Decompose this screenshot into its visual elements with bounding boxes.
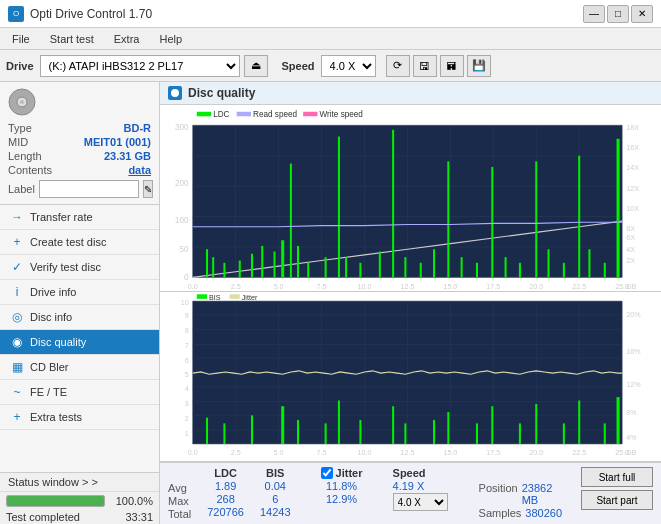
menu-file[interactable]: File bbox=[4, 31, 38, 47]
status-bar: Status window > > 100.0% Test completed … bbox=[0, 472, 159, 524]
svg-text:6: 6 bbox=[185, 355, 189, 364]
disc-contents-row: Contents data bbox=[8, 164, 151, 176]
position-val: 23862 MB bbox=[522, 482, 565, 506]
svg-text:2X: 2X bbox=[626, 255, 635, 264]
titlebar-left: O Opti Drive Control 1.70 bbox=[8, 6, 152, 22]
svg-text:3: 3 bbox=[185, 399, 189, 408]
disc-panel: Type BD-R MID MEIT01 (001) Length 23.31 … bbox=[0, 82, 159, 205]
nav-label-extra-tests: Extra tests bbox=[30, 411, 82, 423]
speed-dropdown[interactable]: 4.0 X bbox=[321, 55, 376, 77]
nav-transfer-rate[interactable]: → Transfer rate bbox=[0, 205, 159, 230]
speed-label: Speed bbox=[282, 60, 315, 72]
app-icon: O bbox=[8, 6, 24, 22]
nav-disc-info[interactable]: ◎ Disc info bbox=[0, 305, 159, 330]
charts-area: 300 200 100 50 0 18X 16X 14X 12X 10X 8X … bbox=[160, 105, 661, 462]
svg-text:10.0: 10.0 bbox=[358, 448, 372, 457]
svg-text:200: 200 bbox=[175, 178, 189, 188]
disc-quality-header-icon bbox=[168, 86, 182, 100]
nav-create-test-disc[interactable]: + Create test disc bbox=[0, 230, 159, 255]
start-full-button[interactable]: Start full bbox=[581, 467, 653, 487]
svg-text:8: 8 bbox=[185, 326, 189, 335]
stats-section: Avg Max Total LDC 1.89 268 720766 BIS 0.… bbox=[168, 467, 565, 520]
transfer-rate-icon: → bbox=[10, 210, 24, 224]
svg-text:GB: GB bbox=[626, 448, 636, 457]
speed-header: Speed bbox=[393, 467, 426, 479]
svg-text:Jitter: Jitter bbox=[242, 293, 258, 302]
svg-rect-85 bbox=[303, 112, 317, 117]
speed-col: Speed 4.19 X 4.0 X bbox=[393, 467, 463, 511]
contents-value[interactable]: data bbox=[128, 164, 151, 176]
menu-start-test[interactable]: Start test bbox=[42, 31, 102, 47]
titlebar-controls[interactable]: — □ ✕ bbox=[583, 5, 653, 23]
svg-text:10X: 10X bbox=[626, 204, 639, 213]
disc-quality-header: Disc quality bbox=[160, 82, 661, 105]
svg-text:16X: 16X bbox=[626, 143, 639, 152]
ldc-avg: 1.89 bbox=[215, 480, 236, 492]
jitter-header: Jitter bbox=[336, 467, 363, 479]
nav-verify-test-disc[interactable]: ✓ Verify test disc bbox=[0, 255, 159, 280]
disc-header bbox=[8, 88, 151, 116]
nav-label-disc-quality: Disc quality bbox=[30, 336, 86, 348]
menubar: File Start test Extra Help bbox=[0, 28, 661, 50]
svg-text:22.5: 22.5 bbox=[572, 281, 586, 290]
svg-text:1: 1 bbox=[185, 428, 189, 437]
nav-label-fe-te: FE / TE bbox=[30, 386, 67, 398]
svg-text:4X: 4X bbox=[626, 244, 635, 253]
disc-type-row: Type BD-R bbox=[8, 122, 151, 134]
max-label: Max bbox=[168, 495, 191, 507]
svg-text:6X: 6X bbox=[626, 233, 635, 242]
toolbar-btn-1[interactable]: ⟳ bbox=[386, 55, 410, 77]
toolbar-btn-2[interactable]: 🖫 bbox=[413, 55, 437, 77]
svg-text:7: 7 bbox=[185, 341, 189, 350]
svg-text:5.0: 5.0 bbox=[274, 281, 284, 290]
drive-label: Drive bbox=[6, 60, 34, 72]
nav-cd-bler[interactable]: ▦ CD Bler bbox=[0, 355, 159, 380]
app-title: Opti Drive Control 1.70 bbox=[30, 7, 152, 21]
jitter-checkbox[interactable] bbox=[321, 467, 333, 479]
start-part-button[interactable]: Start part bbox=[581, 490, 653, 510]
nav-fe-te[interactable]: ~ FE / TE bbox=[0, 380, 159, 405]
label-edit-button[interactable]: ✎ bbox=[143, 180, 153, 198]
position-col: Position 23862 MB Samples 380260 bbox=[479, 467, 565, 519]
svg-text:15.0: 15.0 bbox=[443, 281, 457, 290]
svg-text:15.0: 15.0 bbox=[443, 448, 457, 457]
nav-label-verify-test-disc: Verify test disc bbox=[30, 261, 101, 273]
length-value: 23.31 GB bbox=[104, 150, 151, 162]
eject-button[interactable]: ⏏ bbox=[244, 55, 268, 77]
menu-help[interactable]: Help bbox=[151, 31, 190, 47]
svg-text:20.0: 20.0 bbox=[529, 281, 543, 290]
close-button[interactable]: ✕ bbox=[631, 5, 653, 23]
maximize-button[interactable]: □ bbox=[607, 5, 629, 23]
nav-extra-tests[interactable]: + Extra tests bbox=[0, 405, 159, 430]
disc-image-icon bbox=[8, 88, 36, 116]
jitter-col: Jitter 11.8% 12.9% bbox=[307, 467, 377, 505]
svg-text:4%: 4% bbox=[626, 433, 637, 442]
drive-dropdown[interactable]: (K:) ATAPI iHBS312 2 PL17 bbox=[40, 55, 240, 77]
toolbar-btn-4[interactable]: 💾 bbox=[467, 55, 491, 77]
verify-test-disc-icon: ✓ bbox=[10, 260, 24, 274]
toolbar-btn-3[interactable]: 🖬 bbox=[440, 55, 464, 77]
menu-extra[interactable]: Extra bbox=[106, 31, 148, 47]
type-value: BD-R bbox=[124, 122, 152, 134]
svg-text:Read speed: Read speed bbox=[253, 109, 297, 119]
stats-labels-col: Avg Max Total bbox=[168, 467, 191, 520]
nav-disc-quality[interactable]: ◉ Disc quality bbox=[0, 330, 159, 355]
jitter-check-row: Jitter bbox=[321, 467, 363, 479]
svg-text:0: 0 bbox=[184, 271, 189, 281]
fe-te-icon: ~ bbox=[10, 385, 24, 399]
status-window-nav[interactable]: Status window > > bbox=[0, 473, 159, 492]
label-input[interactable] bbox=[39, 180, 139, 198]
nav-label-disc-info: Disc info bbox=[30, 311, 72, 323]
svg-text:2: 2 bbox=[185, 414, 189, 423]
samples-val: 380260 bbox=[525, 507, 562, 519]
speed-select[interactable]: 4.0 X bbox=[393, 493, 448, 511]
samples-label: Samples bbox=[479, 507, 522, 519]
cd-bler-icon: ▦ bbox=[10, 360, 24, 374]
minimize-button[interactable]: — bbox=[583, 5, 605, 23]
progress-bar-outer bbox=[6, 495, 105, 507]
nav-drive-info[interactable]: i Drive info bbox=[0, 280, 159, 305]
ldc-max: 268 bbox=[216, 493, 234, 505]
action-buttons-col: Start full Start part bbox=[581, 467, 653, 510]
mid-value: MEIT01 (001) bbox=[84, 136, 151, 148]
position-row: Position 23862 MB bbox=[479, 482, 565, 506]
